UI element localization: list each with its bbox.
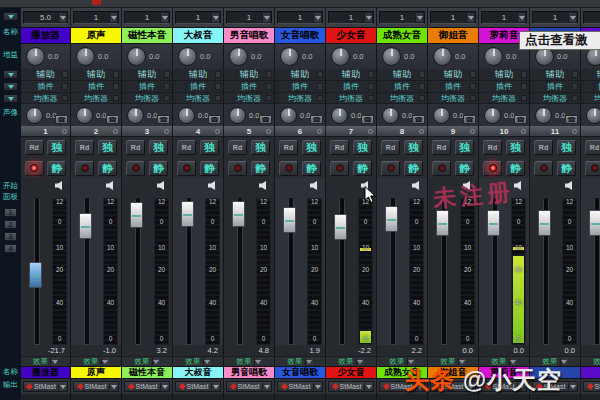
pan-knob[interactable] — [280, 107, 297, 124]
mute-button[interactable]: 静 — [455, 161, 474, 176]
gain-knob[interactable] — [433, 47, 452, 66]
channel-number-bar[interactable]: 4 — [173, 126, 223, 137]
mute-button[interactable]: 静 — [353, 161, 372, 176]
fader-track[interactable] — [333, 198, 348, 345]
eq-slot[interactable]: 均衡器 — [275, 93, 325, 104]
gain-knob[interactable] — [76, 47, 95, 66]
output-routing-select[interactable]: StMast — [277, 381, 323, 392]
read-automation-button[interactable]: Rd — [279, 140, 298, 155]
input-routing-select[interactable]: 1 — [379, 11, 425, 24]
channel-name-band-bottom[interactable]: 大叔音 — [173, 366, 223, 379]
input-routing-select[interactable]: 1 — [583, 11, 600, 24]
inserts-slot[interactable]: 插件 — [479, 81, 529, 93]
output-routing-select[interactable]: StMast — [124, 381, 170, 392]
solo-button[interactable]: 独 — [251, 140, 270, 155]
fader-track[interactable] — [486, 198, 501, 345]
channel-name-band[interactable]: 原声 — [71, 27, 121, 44]
channel-name-band[interactable]: 女音唱歌 — [275, 27, 325, 44]
speaker-icon[interactable] — [310, 181, 320, 190]
mute-button[interactable]: 静 — [200, 161, 219, 176]
speaker-icon[interactable] — [157, 181, 167, 190]
eq-expand-icon[interactable] — [266, 95, 272, 101]
mute-button[interactable]: 静 — [404, 161, 423, 176]
mute-button[interactable]: 静 — [149, 161, 168, 176]
fader-handle[interactable] — [283, 207, 296, 233]
output-routing-select[interactable]: StMast — [583, 381, 600, 392]
fader-handle[interactable] — [130, 202, 143, 228]
mute-button[interactable]: 静 — [302, 161, 321, 176]
fx-button[interactable]: 效果 — [173, 356, 223, 366]
channel-settings-icon[interactable] — [62, 129, 67, 134]
eq-expand-icon[interactable] — [572, 95, 578, 101]
channel-settings-icon[interactable] — [113, 129, 118, 134]
phone-icon[interactable]: ☎ — [310, 115, 323, 124]
aux-expand-icon[interactable] — [164, 71, 170, 78]
output-routing-select[interactable]: StMast — [328, 381, 374, 392]
eq-expand-icon[interactable] — [419, 95, 425, 101]
gain-knob[interactable] — [280, 47, 299, 66]
eq-expand-icon[interactable] — [164, 95, 170, 101]
read-automation-button[interactable]: Rd — [228, 140, 247, 155]
solo-button[interactable]: 独 — [302, 140, 321, 155]
record-arm-button[interactable] — [534, 161, 553, 176]
channel-name-band-bottom[interactable]: 磁性本音 — [122, 366, 172, 379]
speaker-icon[interactable] — [55, 181, 65, 190]
channel-name-band[interactable]: 磁性本音 — [122, 27, 172, 44]
eq-slot[interactable]: 均衡器 — [530, 93, 580, 104]
chevron-down-icon[interactable] — [364, 383, 372, 390]
phone-icon[interactable]: ☎ — [463, 115, 476, 124]
solo-button[interactable]: 独 — [506, 140, 525, 155]
eq-expand-icon[interactable] — [470, 95, 476, 101]
channel-number-bar[interactable] — [581, 126, 600, 137]
fx-button[interactable]: 效果 — [581, 356, 600, 366]
pan-knob[interactable] — [127, 107, 144, 124]
inserts-expand-icon[interactable] — [164, 83, 170, 90]
chevron-down-icon[interactable] — [415, 13, 423, 22]
inserts-slot[interactable]: 插件 — [581, 81, 600, 93]
channel-settings-icon[interactable] — [521, 129, 526, 134]
fader-track[interactable] — [282, 198, 297, 345]
output-routing-select[interactable]: StMast — [73, 381, 119, 392]
channel-name-band[interactable]: 成熟女音 — [377, 27, 427, 44]
chevron-down-icon[interactable] — [313, 13, 321, 22]
channel-number-bar[interactable]: 7 — [326, 126, 376, 137]
chevron-down-icon[interactable] — [211, 13, 219, 22]
record-arm-button[interactable] — [432, 161, 451, 176]
chevron-down-icon[interactable] — [568, 13, 576, 22]
aux-sends-slot[interactable]: 辅助 — [479, 69, 529, 81]
read-automation-button[interactable]: Rd — [432, 140, 451, 155]
fader-bank-button-4[interactable]: 4 — [4, 244, 17, 253]
gain-knob[interactable] — [127, 47, 146, 66]
aux-expand-icon[interactable] — [419, 71, 425, 78]
speaker-icon[interactable] — [208, 181, 218, 190]
input-routing-select[interactable]: 1 — [430, 11, 476, 24]
channel-name-band-bottom[interactable] — [581, 366, 600, 379]
channel-settings-icon[interactable] — [470, 129, 475, 134]
read-automation-button[interactable]: Rd — [534, 140, 553, 155]
eq-slot[interactable]: 均衡器 — [71, 93, 121, 104]
eq-slot[interactable]: 均衡器 — [224, 93, 274, 104]
channel-number-bar[interactable]: 8 — [377, 126, 427, 137]
channel-number-bar[interactable]: 10 — [479, 126, 529, 137]
phone-icon[interactable]: ☎ — [157, 115, 170, 124]
fader-track[interactable] — [588, 198, 600, 345]
read-automation-button[interactable]: Rd — [177, 140, 196, 155]
inserts-expand-icon[interactable] — [62, 83, 68, 90]
aux-sends-slot[interactable]: 辅助 — [224, 69, 274, 81]
fader-handle[interactable] — [181, 201, 194, 227]
eq-expand-icon[interactable] — [113, 95, 119, 101]
eq-expand-icon[interactable] — [368, 95, 374, 101]
eq-slot[interactable]: 均衡器 — [428, 93, 478, 104]
solo-button[interactable]: 独 — [149, 140, 168, 155]
aux-expand-icon[interactable] — [521, 71, 527, 78]
chevron-down-icon[interactable] — [364, 13, 372, 22]
record-arm-button[interactable] — [228, 161, 247, 176]
channel-settings-icon[interactable] — [215, 129, 220, 134]
channel-number-bar[interactable]: 1 — [21, 126, 70, 137]
chevron-down-icon[interactable] — [160, 13, 168, 22]
channel-name-band-bottom[interactable]: 少女音 — [326, 366, 376, 379]
eq-slot[interactable]: 均衡器 — [581, 93, 600, 104]
output-routing-select[interactable]: StMast — [23, 381, 68, 392]
fader-handle[interactable] — [29, 262, 42, 288]
solo-button[interactable]: 独 — [200, 140, 219, 155]
